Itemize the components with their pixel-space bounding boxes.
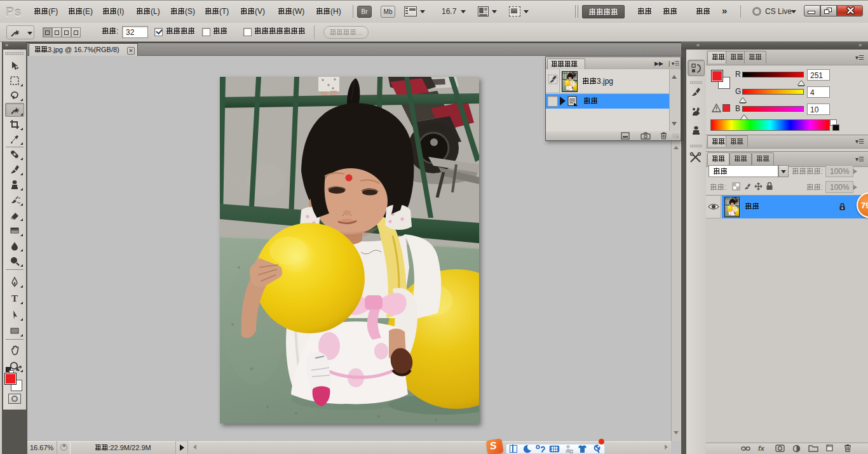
svg-text:T: T (11, 293, 18, 304)
